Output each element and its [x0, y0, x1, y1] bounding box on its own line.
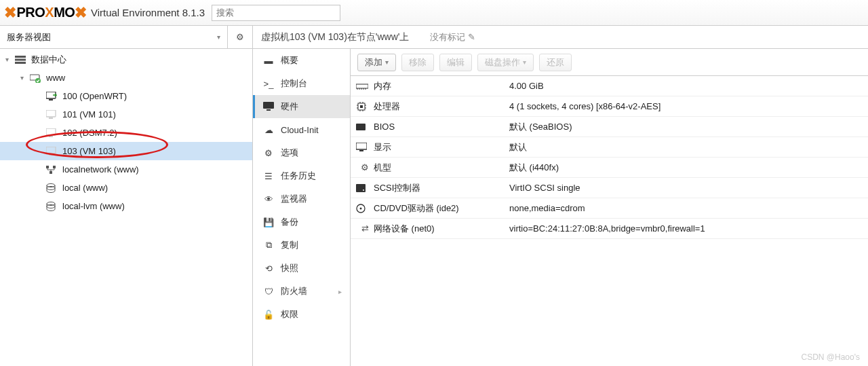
- collapse-icon[interactable]: ▾: [5, 56, 15, 63]
- collapse-icon[interactable]: ▾: [20, 74, 30, 81]
- hw-label: SCSI控制器: [374, 182, 509, 194]
- tab-replication[interactable]: ⧉复制: [253, 234, 350, 257]
- view-selector-row: 服务器视图 ▾ ⚙: [0, 26, 252, 49]
- app-header: ✖ PROXMO✖ Virtual Environment 8.1.3: [0, 0, 868, 26]
- hw-label: 显示: [374, 141, 509, 153]
- tab-firewall[interactable]: 🛡防火墙▸: [253, 280, 350, 303]
- tree-storage-localnetwork[interactable]: localnetwork (www): [0, 160, 252, 179]
- svg-point-29: [363, 189, 364, 191]
- memory-icon: [356, 83, 374, 90]
- svg-rect-0: [15, 56, 26, 58]
- tree-storage-local-lvm[interactable]: local-lvm (www): [0, 197, 252, 215]
- hw-value: none,media=cdrom: [509, 203, 863, 213]
- server-group-icon: [15, 56, 28, 64]
- storage-icon: [46, 183, 60, 193]
- tree-node-www[interactable]: ▾ www: [0, 69, 252, 87]
- hw-row-machine[interactable]: ⚙ 机型 默认 (i440fx): [351, 158, 868, 178]
- chevron-down-icon: ▾: [217, 33, 220, 41]
- hw-label: 内存: [374, 80, 509, 92]
- tree-label: 102 (DSM7.2): [62, 128, 117, 138]
- svg-rect-24: [360, 105, 363, 108]
- edit-button[interactable]: 编辑: [439, 54, 472, 71]
- svg-point-31: [360, 207, 362, 209]
- tab-monitor[interactable]: 👁监视器: [253, 187, 350, 211]
- hw-value: 默认 (SeaBIOS): [509, 121, 863, 133]
- tab-console[interactable]: >_控制台: [253, 72, 350, 95]
- bolt-icon: ⟲: [263, 263, 274, 274]
- gear-button[interactable]: ⚙: [228, 26, 252, 48]
- tab-permissions[interactable]: 🔓权限: [253, 303, 350, 326]
- monitor-icon: [263, 102, 274, 111]
- svg-rect-26: [356, 143, 367, 149]
- hw-label: 网络设备 (net0): [374, 223, 509, 235]
- revert-button[interactable]: 还原: [539, 54, 572, 71]
- brand-logo: ✖ PROXMO✖: [4, 4, 87, 22]
- view-dropdown-label: 服务器视图: [7, 31, 51, 43]
- display-icon: [356, 143, 374, 152]
- svg-rect-15: [50, 171, 52, 174]
- tab-snapshot[interactable]: ⟲快照: [253, 257, 350, 280]
- hw-row-bios[interactable]: BIOS 默认 (SeaBIOS): [351, 117, 868, 137]
- hw-value: 4 (1 sockets, 4 cores) [x86-64-v2-AES]: [509, 101, 863, 111]
- detail-panel: 添加▾ 移除 编辑 磁盘操作▾ 还原 内存 4.00 GiB 处理器: [351, 49, 868, 366]
- disc-icon: [356, 204, 374, 213]
- tab-hardware[interactable]: 硬件: [253, 95, 350, 118]
- logo-x-icon: ✖: [4, 4, 16, 22]
- svg-rect-9: [46, 128, 56, 135]
- svg-rect-13: [46, 166, 49, 168]
- no-tags-label[interactable]: 没有标记 ✎: [430, 31, 475, 43]
- gear-icon: ⚙: [236, 32, 244, 42]
- disk-action-button[interactable]: 磁盘操作▾: [477, 54, 534, 71]
- shield-icon: 🛡: [263, 287, 274, 297]
- tree-vm-103[interactable]: 103 (VM 103): [0, 142, 252, 160]
- tab-summary[interactable]: ▬概要: [253, 49, 350, 72]
- tree-storage-local[interactable]: local (www): [0, 179, 252, 197]
- terminal-icon: >_: [263, 79, 274, 89]
- hw-row-cpu[interactable]: 处理器 4 (1 sockets, 4 cores) [x86-64-v2-AE…: [351, 96, 868, 117]
- hw-row-cdrom[interactable]: CD/DVD驱动器 (ide2) none,media=cdrom: [351, 198, 868, 219]
- hw-row-display[interactable]: 显示 默认: [351, 137, 868, 158]
- swap-icon: ⇄: [356, 223, 374, 234]
- main-header: 虚拟机103 (VM 103)在节点'www'上 没有标记 ✎: [253, 26, 868, 49]
- tree-vm-100[interactable]: 100 (OpenWRT): [0, 87, 252, 105]
- svg-rect-27: [359, 150, 363, 151]
- tree-vm-102[interactable]: 102 (DSM7.2): [0, 124, 252, 142]
- chevron-right-icon: ▸: [338, 288, 342, 295]
- view-dropdown[interactable]: 服务器视图 ▾: [0, 26, 228, 48]
- hw-value: virtio=BC:24:11:27:0B:8A,bridge=vmbr0,fi…: [509, 223, 863, 234]
- version-label: Virtual Environment 8.1.3: [91, 7, 205, 18]
- tab-backup[interactable]: 💾备份: [253, 211, 350, 234]
- svg-rect-28: [356, 184, 366, 192]
- tab-label: 防火墙: [281, 285, 307, 297]
- chevron-down-icon: ▾: [385, 58, 389, 66]
- tab-label: 控制台: [281, 77, 307, 90]
- watermark: CSDN @Haoo's: [802, 352, 861, 362]
- tree-datacenter[interactable]: ▾ 数据中心: [0, 50, 252, 69]
- tab-cloud-init[interactable]: ☁Cloud-Init: [253, 118, 350, 141]
- hw-row-scsi[interactable]: SCSI控制器 VirtIO SCSI single: [351, 178, 868, 198]
- cpu-icon: [356, 101, 374, 112]
- svg-rect-22: [356, 84, 368, 88]
- tab-label: Cloud-Init: [281, 125, 319, 135]
- tab-options[interactable]: ⚙选项: [253, 141, 350, 164]
- hw-value: 默认 (i440fx): [509, 162, 863, 174]
- copy-icon: ⧉: [263, 240, 274, 251]
- hw-label: 机型: [374, 162, 509, 174]
- hw-value: VirtIO SCSI single: [509, 183, 863, 193]
- search-input[interactable]: [212, 5, 340, 21]
- save-icon: 💾: [263, 217, 274, 227]
- chevron-down-icon: ▾: [523, 58, 526, 66]
- tree-vm-101[interactable]: 101 (VM 101): [0, 105, 252, 124]
- cogs-icon: ⚙: [356, 162, 374, 172]
- tab-label: 快照: [281, 262, 298, 274]
- hdd-icon: [356, 184, 374, 192]
- hw-row-memory[interactable]: 内存 4.00 GiB: [351, 76, 868, 96]
- tree-label: 数据中心: [31, 54, 66, 66]
- add-button[interactable]: 添加▾: [357, 54, 396, 71]
- hw-row-net[interactable]: ⇄ 网络设备 (net0) virtio=BC:24:11:27:0B:8A,b…: [351, 219, 868, 239]
- svg-rect-12: [49, 154, 53, 155]
- svg-rect-20: [263, 102, 274, 109]
- remove-button[interactable]: 移除: [401, 54, 434, 71]
- tab-task-history[interactable]: ☰任务历史: [253, 164, 350, 187]
- logo-x2-icon: ✖: [75, 4, 87, 22]
